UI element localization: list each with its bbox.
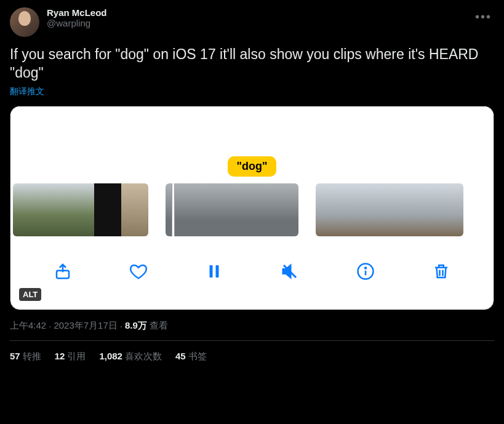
retweets-stat[interactable]: 57转推 xyxy=(10,351,41,362)
views-count: 8.9万 xyxy=(125,320,147,332)
media-toolbar xyxy=(10,239,494,310)
meta-dot: · xyxy=(49,321,51,331)
stat-count: 57 xyxy=(10,351,20,361)
clip-cluster[interactable] xyxy=(13,183,148,236)
user-block: Ryan McLeod @warpling xyxy=(47,7,465,28)
tweet-meta: 上午4:42 · 2023年7月17日 · 8.9万 查看 xyxy=(10,320,494,332)
stats-row: 57转推 12引用 1,082喜欢次数 45书签 xyxy=(10,341,494,362)
trash-icon[interactable] xyxy=(431,261,452,282)
clip-frame xyxy=(340,183,365,236)
media-inner: "dog" xyxy=(10,106,494,310)
clip-frame xyxy=(67,183,94,236)
mute-icon[interactable] xyxy=(279,261,300,282)
stat-count: 45 xyxy=(175,351,186,361)
stat-count: 12 xyxy=(55,351,65,361)
clip-frame xyxy=(94,183,121,236)
user-handle[interactable]: @warpling xyxy=(47,18,465,28)
svg-rect-1 xyxy=(210,265,213,278)
stat-label: 转推 xyxy=(23,351,41,361)
search-chip: "dog" xyxy=(228,156,276,177)
tweet-date[interactable]: 2023年7月17日 xyxy=(54,320,117,332)
svg-rect-2 xyxy=(216,265,219,278)
quotes-stat[interactable]: 12引用 xyxy=(55,351,86,362)
clip-frame xyxy=(121,183,148,236)
more-button[interactable]: ••• xyxy=(473,7,494,26)
tweet-container: Ryan McLeod @warpling ••• If you search … xyxy=(0,0,504,370)
clip-frame xyxy=(265,183,298,236)
stat-label: 喜欢次数 xyxy=(125,351,162,361)
clip-track xyxy=(10,180,494,239)
svg-point-6 xyxy=(365,267,366,268)
tweet-time[interactable]: 上午4:42 xyxy=(10,320,46,332)
alt-badge[interactable]: ALT xyxy=(19,288,41,301)
clip-frame xyxy=(166,183,199,236)
heart-icon[interactable] xyxy=(128,261,149,282)
clip-cluster[interactable] xyxy=(166,183,298,236)
clip-frame xyxy=(439,183,463,236)
clip-frame xyxy=(414,183,439,236)
pause-icon[interactable] xyxy=(204,261,225,282)
clip-frame xyxy=(390,183,414,236)
views-label: 查看 xyxy=(150,320,168,332)
bookmarks-stat[interactable]: 45书签 xyxy=(175,351,207,362)
playhead[interactable] xyxy=(172,183,175,236)
info-icon[interactable] xyxy=(355,261,376,282)
tweet-header: Ryan McLeod @warpling ••• xyxy=(10,7,494,37)
clip-frame xyxy=(316,183,340,236)
clip-cluster[interactable] xyxy=(316,183,463,236)
stat-count: 1,082 xyxy=(99,351,122,361)
clip-frame xyxy=(13,183,40,236)
avatar[interactable] xyxy=(10,7,39,37)
stat-label: 引用 xyxy=(67,351,86,361)
media-top: "dog" xyxy=(10,106,494,180)
clip-frame xyxy=(232,183,265,236)
translate-link[interactable]: 翻译推文 xyxy=(10,86,494,97)
tweet-text: If you search for "dog" on iOS 17 it'll … xyxy=(10,46,494,82)
clip-frame xyxy=(40,183,67,236)
media-attachment[interactable]: "dog" xyxy=(10,106,494,310)
display-name[interactable]: Ryan McLeod xyxy=(47,7,465,18)
clip-frame xyxy=(365,183,390,236)
stat-label: 书签 xyxy=(188,351,207,361)
clip-frame xyxy=(199,183,232,236)
meta-dot: · xyxy=(120,321,122,331)
likes-stat[interactable]: 1,082喜欢次数 xyxy=(99,351,162,362)
share-icon[interactable] xyxy=(52,261,73,282)
